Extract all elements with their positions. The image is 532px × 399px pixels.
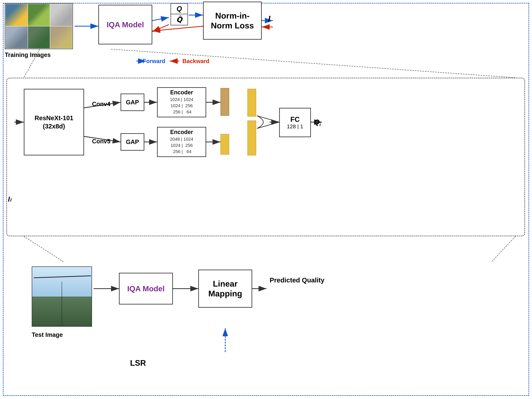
resnext-box: ResNeXt-101(32x8d) (24, 89, 84, 155)
linear-mapping-label: LinearMapping (208, 279, 242, 299)
feature-bar-tan-top (221, 88, 229, 116)
training-image-5 (28, 26, 50, 48)
legend-forward: Forward (143, 58, 165, 64)
conv4-label: Conv4 (92, 101, 110, 108)
training-image-1 (6, 4, 28, 26)
encoder-bottom-title: Encoder (170, 129, 193, 135)
training-image-3 (50, 4, 72, 26)
legend-backward: Backward (182, 58, 209, 64)
feature-bar-yellow-bottom (221, 134, 229, 155)
fc-dims: 128 | 1 (287, 123, 303, 130)
encoder-top-dims: 1024 | 10241024 | 256 256 | 64 (170, 96, 193, 115)
fc-label: FC (291, 115, 300, 123)
iqa-model-bottom-box: IQA Model (119, 273, 173, 304)
training-images-label: Training Images (5, 51, 51, 58)
iqa-model-top-box: IQA Model (98, 5, 152, 44)
training-image-4 (6, 26, 28, 48)
test-image-label: Test Image (32, 331, 63, 338)
iqa-model-bottom-label: IQA Model (127, 284, 165, 293)
legend-forward-text: Forward (143, 58, 165, 64)
linear-mapping-box: LinearMapping (198, 270, 252, 308)
q-hat-label: Q̂ (171, 14, 188, 25)
q-qhat-box: Q Q̂ (170, 3, 189, 30)
encoder-bottom-dims: 2048 | 10241024 | 256 256 | 64 (170, 136, 193, 155)
fc-box: FC 128 | 1 (279, 108, 311, 137)
middle-section-box (6, 78, 525, 236)
q-label: Q (171, 3, 188, 14)
ii-label: Iᵢ (8, 195, 11, 203)
predicted-quality-label: Predicted Quality (270, 276, 324, 285)
iqa-model-top-label: IQA Model (107, 20, 144, 29)
resnext-label: ResNeXt-101(32x8d) (35, 114, 73, 130)
feature-bar-yellow-top (247, 89, 256, 117)
qi-label: Qi (314, 118, 321, 127)
legend-backward-text: Backward (182, 58, 209, 64)
feature-bar-yellow-concat (247, 120, 256, 155)
norm-loss-label: Norm-in-Norm Loss (211, 11, 254, 31)
l-label: l (268, 14, 270, 24)
conv5-label: Conv5 (92, 138, 110, 145)
lsr-label: LSR (130, 358, 146, 367)
test-image-box (32, 266, 92, 327)
training-image-2 (28, 4, 50, 26)
encoder-box-top: Encoder 1024 | 10241024 | 256 256 | 64 (157, 87, 206, 117)
training-image-6 (50, 26, 72, 48)
encoder-top-title: Encoder (170, 89, 193, 96)
training-images-grid (5, 3, 73, 49)
encoder-box-bottom: Encoder 2048 | 10241024 | 256 256 | 64 (157, 127, 206, 157)
gap-box-bottom: GAP (120, 133, 144, 151)
gap-box-top: GAP (120, 94, 144, 111)
norm-loss-box: Norm-in-Norm Loss (203, 2, 262, 40)
